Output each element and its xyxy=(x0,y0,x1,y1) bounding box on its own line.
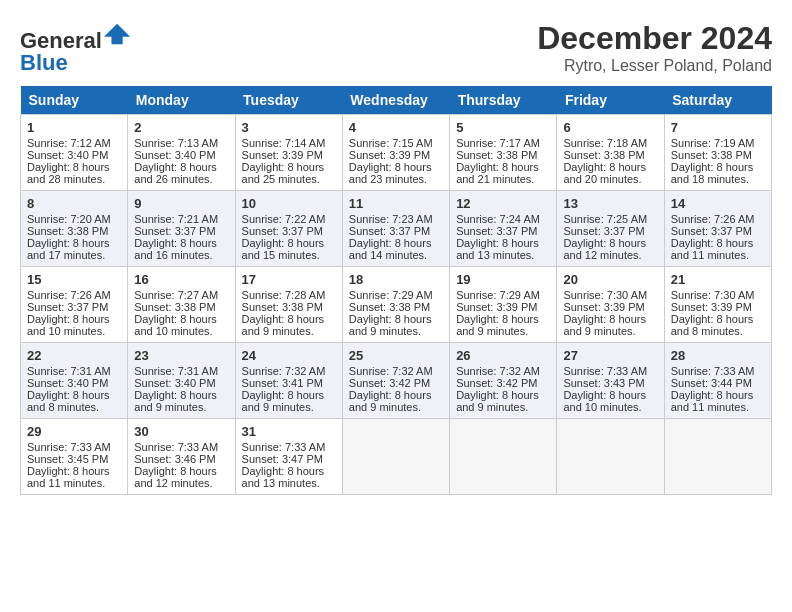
day-number: 24 xyxy=(242,348,336,363)
daylight-label: Daylight: 8 hours and 11 minutes. xyxy=(671,389,754,413)
calendar-cell: 22Sunrise: 7:31 AMSunset: 3:40 PMDayligh… xyxy=(21,343,128,419)
calendar-cell: 12Sunrise: 7:24 AMSunset: 3:37 PMDayligh… xyxy=(450,191,557,267)
daylight-label: Daylight: 8 hours and 20 minutes. xyxy=(563,161,646,185)
calendar-week-3: 15Sunrise: 7:26 AMSunset: 3:37 PMDayligh… xyxy=(21,267,772,343)
calendar-cell: 16Sunrise: 7:27 AMSunset: 3:38 PMDayligh… xyxy=(128,267,235,343)
sunset-label: Sunset: 3:37 PM xyxy=(563,225,644,237)
day-number: 17 xyxy=(242,272,336,287)
sunset-label: Sunset: 3:42 PM xyxy=(456,377,537,389)
calendar-cell: 1Sunrise: 7:12 AMSunset: 3:40 PMDaylight… xyxy=(21,115,128,191)
sunrise-label: Sunrise: 7:33 AM xyxy=(242,441,326,453)
sunset-label: Sunset: 3:37 PM xyxy=(456,225,537,237)
day-number: 31 xyxy=(242,424,336,439)
calendar-cell xyxy=(664,419,771,495)
calendar-cell: 10Sunrise: 7:22 AMSunset: 3:37 PMDayligh… xyxy=(235,191,342,267)
logo-icon xyxy=(104,20,132,48)
sunrise-label: Sunrise: 7:32 AM xyxy=(242,365,326,377)
header-thursday: Thursday xyxy=(450,86,557,115)
day-number: 19 xyxy=(456,272,550,287)
sunrise-label: Sunrise: 7:23 AM xyxy=(349,213,433,225)
sunrise-label: Sunrise: 7:31 AM xyxy=(27,365,111,377)
calendar-table: SundayMondayTuesdayWednesdayThursdayFrid… xyxy=(20,86,772,495)
daylight-label: Daylight: 8 hours and 25 minutes. xyxy=(242,161,325,185)
day-number: 12 xyxy=(456,196,550,211)
title-area: December 2024 Rytro, Lesser Poland, Pola… xyxy=(537,20,772,75)
daylight-label: Daylight: 8 hours and 18 minutes. xyxy=(671,161,754,185)
calendar-cell: 18Sunrise: 7:29 AMSunset: 3:38 PMDayligh… xyxy=(342,267,449,343)
calendar-cell xyxy=(450,419,557,495)
daylight-label: Daylight: 8 hours and 16 minutes. xyxy=(134,237,217,261)
calendar-cell: 3Sunrise: 7:14 AMSunset: 3:39 PMDaylight… xyxy=(235,115,342,191)
sunset-label: Sunset: 3:37 PM xyxy=(671,225,752,237)
sunset-label: Sunset: 3:38 PM xyxy=(563,149,644,161)
sunrise-label: Sunrise: 7:33 AM xyxy=(27,441,111,453)
calendar-cell: 15Sunrise: 7:26 AMSunset: 3:37 PMDayligh… xyxy=(21,267,128,343)
sunset-label: Sunset: 3:40 PM xyxy=(27,149,108,161)
day-number: 3 xyxy=(242,120,336,135)
calendar-week-1: 1Sunrise: 7:12 AMSunset: 3:40 PMDaylight… xyxy=(21,115,772,191)
day-number: 7 xyxy=(671,120,765,135)
day-number: 18 xyxy=(349,272,443,287)
sunset-label: Sunset: 3:42 PM xyxy=(349,377,430,389)
day-number: 26 xyxy=(456,348,550,363)
calendar-cell: 5Sunrise: 7:17 AMSunset: 3:38 PMDaylight… xyxy=(450,115,557,191)
day-number: 28 xyxy=(671,348,765,363)
sunset-label: Sunset: 3:47 PM xyxy=(242,453,323,465)
calendar-week-4: 22Sunrise: 7:31 AMSunset: 3:40 PMDayligh… xyxy=(21,343,772,419)
calendar-cell: 2Sunrise: 7:13 AMSunset: 3:40 PMDaylight… xyxy=(128,115,235,191)
calendar-header-row: SundayMondayTuesdayWednesdayThursdayFrid… xyxy=(21,86,772,115)
daylight-label: Daylight: 8 hours and 10 minutes. xyxy=(134,313,217,337)
sunrise-label: Sunrise: 7:14 AM xyxy=(242,137,326,149)
header-monday: Monday xyxy=(128,86,235,115)
day-number: 27 xyxy=(563,348,657,363)
day-number: 25 xyxy=(349,348,443,363)
day-number: 2 xyxy=(134,120,228,135)
sunrise-label: Sunrise: 7:21 AM xyxy=(134,213,218,225)
sunset-label: Sunset: 3:41 PM xyxy=(242,377,323,389)
day-number: 13 xyxy=(563,196,657,211)
day-number: 20 xyxy=(563,272,657,287)
sunrise-label: Sunrise: 7:12 AM xyxy=(27,137,111,149)
daylight-label: Daylight: 8 hours and 9 minutes. xyxy=(456,313,539,337)
daylight-label: Daylight: 8 hours and 14 minutes. xyxy=(349,237,432,261)
daylight-label: Daylight: 8 hours and 12 minutes. xyxy=(563,237,646,261)
sunset-label: Sunset: 3:39 PM xyxy=(563,301,644,313)
sunset-label: Sunset: 3:45 PM xyxy=(27,453,108,465)
svg-marker-0 xyxy=(104,24,130,45)
day-number: 29 xyxy=(27,424,121,439)
calendar-week-5: 29Sunrise: 7:33 AMSunset: 3:45 PMDayligh… xyxy=(21,419,772,495)
day-number: 8 xyxy=(27,196,121,211)
calendar-cell: 9Sunrise: 7:21 AMSunset: 3:37 PMDaylight… xyxy=(128,191,235,267)
sunset-label: Sunset: 3:39 PM xyxy=(671,301,752,313)
header-tuesday: Tuesday xyxy=(235,86,342,115)
daylight-label: Daylight: 8 hours and 15 minutes. xyxy=(242,237,325,261)
sunrise-label: Sunrise: 7:29 AM xyxy=(456,289,540,301)
page-header: General Blue December 2024 Rytro, Lesser… xyxy=(20,20,772,76)
sunrise-label: Sunrise: 7:25 AM xyxy=(563,213,647,225)
daylight-label: Daylight: 8 hours and 9 minutes. xyxy=(242,389,325,413)
sunset-label: Sunset: 3:38 PM xyxy=(134,301,215,313)
sunrise-label: Sunrise: 7:15 AM xyxy=(349,137,433,149)
sunrise-label: Sunrise: 7:27 AM xyxy=(134,289,218,301)
sunrise-label: Sunrise: 7:22 AM xyxy=(242,213,326,225)
calendar-cell: 19Sunrise: 7:29 AMSunset: 3:39 PMDayligh… xyxy=(450,267,557,343)
sunset-label: Sunset: 3:38 PM xyxy=(27,225,108,237)
calendar-cell: 29Sunrise: 7:33 AMSunset: 3:45 PMDayligh… xyxy=(21,419,128,495)
header-friday: Friday xyxy=(557,86,664,115)
sunrise-label: Sunrise: 7:30 AM xyxy=(671,289,755,301)
daylight-label: Daylight: 8 hours and 10 minutes. xyxy=(27,313,110,337)
day-number: 21 xyxy=(671,272,765,287)
header-saturday: Saturday xyxy=(664,86,771,115)
sunrise-label: Sunrise: 7:29 AM xyxy=(349,289,433,301)
daylight-label: Daylight: 8 hours and 12 minutes. xyxy=(134,465,217,489)
calendar-week-2: 8Sunrise: 7:20 AMSunset: 3:38 PMDaylight… xyxy=(21,191,772,267)
sunset-label: Sunset: 3:44 PM xyxy=(671,377,752,389)
calendar-cell: 7Sunrise: 7:19 AMSunset: 3:38 PMDaylight… xyxy=(664,115,771,191)
calendar-cell: 8Sunrise: 7:20 AMSunset: 3:38 PMDaylight… xyxy=(21,191,128,267)
sunset-label: Sunset: 3:38 PM xyxy=(456,149,537,161)
day-number: 6 xyxy=(563,120,657,135)
sunrise-label: Sunrise: 7:17 AM xyxy=(456,137,540,149)
daylight-label: Daylight: 8 hours and 28 minutes. xyxy=(27,161,110,185)
calendar-cell: 23Sunrise: 7:31 AMSunset: 3:40 PMDayligh… xyxy=(128,343,235,419)
sunrise-label: Sunrise: 7:19 AM xyxy=(671,137,755,149)
